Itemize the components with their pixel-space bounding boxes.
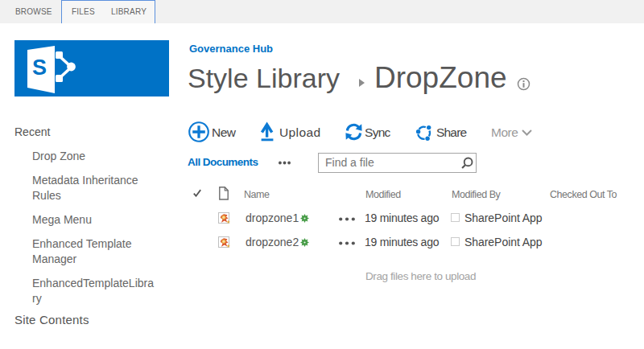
- svg-text:S: S: [32, 55, 47, 80]
